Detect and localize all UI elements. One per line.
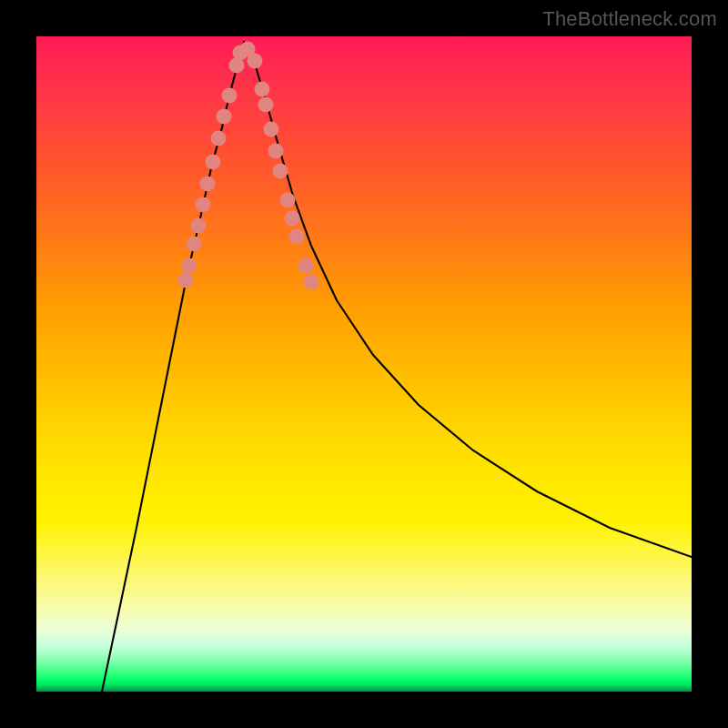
marker-dot bbox=[206, 155, 221, 170]
marker-dot bbox=[258, 97, 274, 113]
chart-frame: TheBottleneck.com bbox=[0, 0, 728, 728]
marker-dot bbox=[273, 164, 288, 179]
highlight-dots bbox=[178, 42, 319, 290]
marker-dot bbox=[304, 275, 319, 290]
watermark-text: TheBottleneck.com bbox=[542, 7, 717, 31]
marker-dot bbox=[268, 144, 284, 159]
marker-dot bbox=[264, 122, 279, 137]
bottleneck-curve-right bbox=[244, 42, 692, 557]
marker-dot bbox=[211, 131, 227, 147]
marker-dot bbox=[187, 237, 202, 252]
marker-dot bbox=[200, 177, 216, 192]
marker-dot bbox=[196, 197, 211, 213]
marker-dot bbox=[222, 88, 238, 104]
marker-dot bbox=[298, 258, 314, 274]
chart-svg bbox=[36, 36, 692, 692]
marker-dot bbox=[280, 193, 296, 208]
marker-dot bbox=[178, 273, 194, 288]
marker-dot bbox=[182, 258, 197, 274]
marker-dot bbox=[217, 109, 232, 125]
marker-dot bbox=[248, 54, 263, 69]
marker-dot bbox=[191, 218, 207, 234]
plot-area bbox=[36, 36, 692, 692]
marker-dot bbox=[255, 82, 270, 97]
marker-dot bbox=[285, 211, 300, 227]
marker-dot bbox=[289, 229, 305, 245]
